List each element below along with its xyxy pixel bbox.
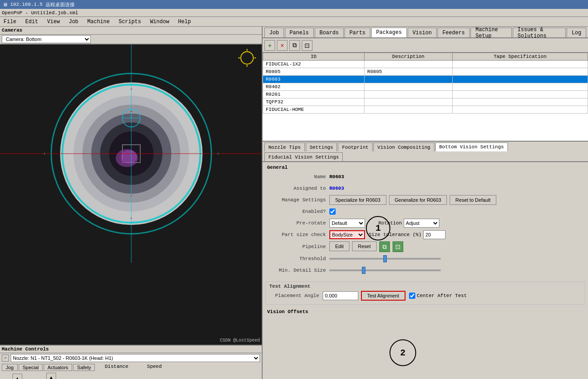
subtab-bottom-vision[interactable]: Bottom Vision Settings <box>435 143 508 151</box>
pipeline-edit-btn[interactable]: Edit <box>329 241 349 251</box>
table-row[interactable]: TQFP32 <box>263 98 588 106</box>
tab-issues[interactable]: Issues & Solutions <box>513 28 566 37</box>
table-row[interactable]: FIDUCIAL-1X2 <box>263 61 588 68</box>
pre-rotate-row: Pre-rotate Default On Off Rotation Adjus… <box>267 218 584 228</box>
table-row[interactable]: R0201 <box>263 91 588 98</box>
rotation-label: Rotation <box>378 220 402 226</box>
test-alignment-btn[interactable]: Test Alignment <box>361 291 406 301</box>
enabled-row: Enabled? <box>267 207 584 216</box>
right-panel: Job Panels Boards Parts Packages Vision … <box>263 27 588 379</box>
col-tape-spec: Tape Specification <box>452 53 588 61</box>
reset-default-btn[interactable]: Reset to Default <box>450 195 496 205</box>
pre-rotate-select[interactable]: Default On Off <box>329 219 365 228</box>
table-row[interactable]: FIDUCIAL-HOME <box>263 106 588 114</box>
part-size-check-label: Part size check <box>267 232 329 237</box>
menu-view[interactable]: View <box>45 18 62 25</box>
nozzle-select[interactable]: Nozzle: N1 - NT1_502 - R0603-1K (Head: H… <box>11 354 260 362</box>
table-row[interactable]: R0603 <box>263 76 588 83</box>
nozzle-row: − Nozzle: N1 - NT1_502 - R0603-1K (Head:… <box>0 353 262 363</box>
center-after-test-checkbox[interactable] <box>409 293 415 299</box>
col-description: Description <box>365 53 453 61</box>
camera-select[interactable]: Camera: Bottom Camera: Top <box>2 35 91 43</box>
pipeline-reset-btn[interactable]: Reset <box>352 241 377 251</box>
name-value: R0603 <box>329 174 344 179</box>
subtab-settings[interactable]: Settings <box>306 143 337 151</box>
enabled-checkbox[interactable] <box>329 208 336 215</box>
mc-tab-actuators[interactable]: Actuators <box>44 364 72 371</box>
min-detail-size-label: Min. Detail Size <box>267 268 329 273</box>
pipeline-row: Pipeline Edit Reset ⧉ ⊡ <box>267 241 584 252</box>
tab-panels[interactable]: Panels <box>285 28 314 37</box>
mc-header: Machine Controls <box>0 346 262 353</box>
camera-header: Cameras <box>0 27 262 35</box>
camera-svg <box>0 45 262 263</box>
pipeline-btns: Edit Reset ⧉ ⊡ <box>329 241 403 252</box>
mc-tab-special[interactable]: Special <box>19 364 43 371</box>
menu-window[interactable]: Window <box>148 18 171 25</box>
assigned-to-value: R0603 <box>329 186 344 191</box>
mc-tab-jog[interactable]: Jog <box>2 364 18 371</box>
left-panel: Cameras Camera: Bottom Camera: Top <box>0 27 263 379</box>
threshold-row: Threshold <box>267 254 584 264</box>
machine-controls: Machine Controls − Nozzle: N1 - NT1_502 … <box>0 345 262 379</box>
menu-help[interactable]: Help <box>176 18 193 25</box>
z-control: ▲ Z ▼ <box>46 373 56 379</box>
remove-package-btn[interactable]: × <box>277 40 288 51</box>
add-package-btn[interactable]: + <box>264 40 275 51</box>
menu-job[interactable]: Job <box>67 18 80 25</box>
app-title: OpenPnP - Untitled.job.xml <box>2 10 78 16</box>
pipeline-copy-btn[interactable]: ⧉ <box>379 241 390 252</box>
camera-selector-row: Camera: Bottom Camera: Top <box>0 35 262 45</box>
tab-feeders[interactable]: Feeders <box>438 28 470 37</box>
table-row[interactable]: R0402 <box>263 83 588 91</box>
vision-offsets-section: Vision Offsets <box>263 306 588 319</box>
name-row: Name R0603 <box>267 172 584 182</box>
subtab-nozzle-tips[interactable]: Nozzle Tips <box>264 143 305 151</box>
main-layout: Cameras Camera: Bottom Camera: Top <box>0 27 588 379</box>
sub-tabs: Nozzle Tips Settings Footprint Vision Co… <box>263 142 588 162</box>
pipeline-paste-btn[interactable]: ⊡ <box>393 241 403 252</box>
subtab-vision-compositing[interactable]: Vision Compositing <box>373 143 434 151</box>
tab-machine-setup[interactable]: Machine Setup <box>470 28 511 37</box>
general-title: General <box>267 165 584 170</box>
copy-package-btn[interactable]: ⧉ <box>289 40 300 51</box>
arrow-up-btn[interactable]: ▲ <box>12 374 22 379</box>
manage-settings-btns: Specialize for R0603 Generalize for R060… <box>329 195 496 205</box>
paste-package-btn[interactable]: ⊡ <box>302 40 312 51</box>
tab-parts[interactable]: Parts <box>345 28 370 37</box>
placement-angle-input[interactable] <box>323 291 358 300</box>
size-tolerance-input[interactable] <box>423 230 446 239</box>
z-up-btn[interactable]: ▲ <box>46 373 56 379</box>
title-bar-icon: 🖥 <box>3 2 8 8</box>
subtab-footprint[interactable]: Footprint <box>338 143 372 151</box>
manage-settings-label: Manage Settings <box>267 197 329 203</box>
detail-section: Nozzle Tips Settings Footprint Vision Co… <box>263 142 588 379</box>
menu-machine[interactable]: Machine <box>85 18 111 25</box>
camera-view: CSDN @LostSpeed <box>0 45 262 345</box>
package-table-wrapper: ID Description Tape Specification FIDUCI… <box>263 53 588 142</box>
threshold-label: Threshold <box>267 256 329 261</box>
generalize-btn[interactable]: Generalize for R0603 <box>389 195 447 205</box>
specialize-btn[interactable]: Specialize for R0603 <box>329 195 386 205</box>
xy-control: ▲ ◀ X/Y ▶ ▼ <box>2 374 33 379</box>
part-size-check-select[interactable]: BodySize None <box>329 230 365 239</box>
menu-edit[interactable]: Edit <box>24 18 40 25</box>
threshold-slider[interactable] <box>329 258 441 260</box>
menu-scripts[interactable]: Scripts <box>117 18 142 25</box>
table-row[interactable]: R0805R0805 <box>263 68 588 76</box>
mc-tab-safety[interactable]: Safety <box>73 364 95 371</box>
distance-label: Distance <box>105 364 128 371</box>
tab-job[interactable]: Job <box>264 28 284 37</box>
tab-boards[interactable]: Boards <box>315 28 344 37</box>
rotation-select[interactable]: Adjust None <box>404 219 439 228</box>
tab-vision[interactable]: Vision <box>408 28 437 37</box>
assigned-to-row: Assigned to R0603 <box>267 183 584 193</box>
min-detail-slider[interactable] <box>329 269 441 271</box>
menu-file[interactable]: File <box>2 18 18 25</box>
nozzle-collapse-btn[interactable]: − <box>2 355 9 362</box>
subtab-fiducial-vision[interactable]: Fiducial Vision Settings <box>264 152 343 161</box>
speed-label: Speed <box>147 364 162 371</box>
vision-offsets-title: Vision Offsets <box>267 309 584 314</box>
tab-log[interactable]: Log <box>567 28 586 37</box>
tab-packages[interactable]: Packages <box>371 28 407 37</box>
